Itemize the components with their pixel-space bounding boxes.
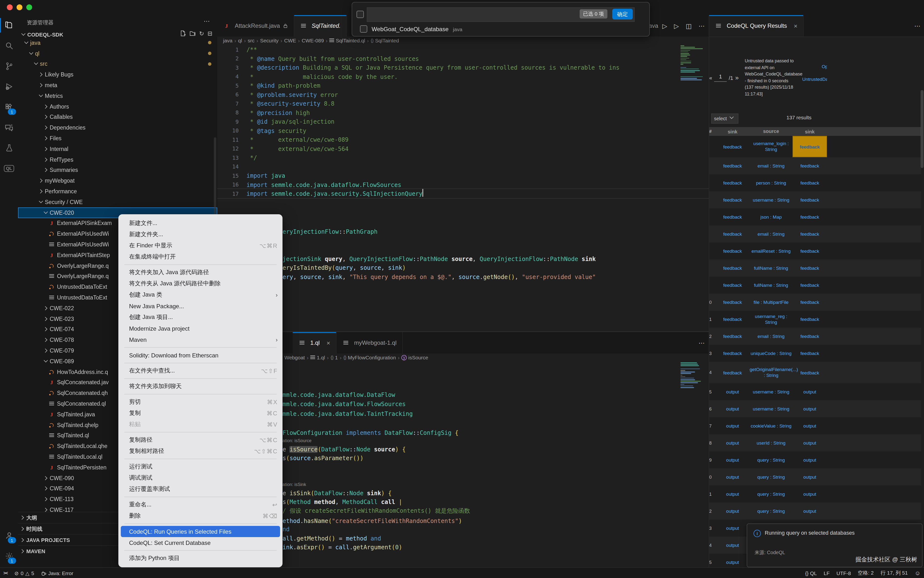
sink-cell[interactable]: output: [716, 406, 750, 411]
source-cell[interactable]: username : String: [750, 406, 792, 412]
menu-item-codeql-set-current-database[interactable]: CodeQL: Set Current Database: [119, 537, 283, 548]
menu-item--[interactable]: 运行测试: [119, 461, 283, 472]
tree-item-mywebgoat[interactable]: myWebgoat: [18, 175, 217, 186]
source-cell[interactable]: uniqueCode : String: [750, 350, 792, 356]
menu-item--java-[interactable]: 将文件夹加入 Java 源代码路径: [119, 267, 283, 278]
menu-item--[interactable]: 新建文件夹...: [119, 229, 283, 240]
source-cell[interactable]: emailReset : String: [750, 248, 792, 254]
sink-cell[interactable]: feedback: [716, 197, 750, 203]
tab-attackresult.java[interactable]: JAttackResult.java: [217, 15, 294, 37]
breadcrumb-item[interactable]: {}MyFlowConfiguration: [343, 354, 396, 360]
breadcrumb-item[interactable]: CWE: [284, 37, 296, 43]
source-cell[interactable]: query : String: [750, 474, 792, 480]
toggle-all-checkbox[interactable]: [357, 11, 364, 18]
accounts-icon[interactable]: 1: [0, 525, 18, 546]
menu-item-new-java-package-[interactable]: New Java Package...: [119, 300, 283, 312]
sink-cell-selected[interactable]: feedback: [792, 136, 827, 157]
menu-item--[interactable]: 调试测试: [119, 472, 283, 484]
sink-cell[interactable]: feedback: [716, 214, 750, 219]
tree-item-callables[interactable]: Callables: [18, 112, 217, 122]
sink-cell[interactable]: output: [792, 400, 827, 417]
sink-cell[interactable]: feedback: [792, 260, 827, 277]
codeql-icon[interactable]: QL: [0, 158, 18, 179]
breadcrumb-item[interactable]: 1.ql: [310, 354, 325, 360]
sink-cell[interactable]: output: [716, 542, 750, 548]
menu-item--java-[interactable]: 将文件夹从 Java 源代码路径中删除: [119, 278, 283, 289]
status-item[interactable]: 行 17, 列 51: [877, 570, 911, 576]
sink-cell[interactable]: output: [792, 468, 827, 485]
traffic-light-zoom[interactable]: [26, 4, 32, 10]
tree-item-likely-bugs[interactable]: Likely Bugs: [18, 70, 217, 80]
sink-cell[interactable]: output: [792, 485, 827, 503]
source-cell[interactable]: query : String: [750, 457, 792, 463]
new-folder-icon[interactable]: [190, 30, 196, 38]
tree-item-meta[interactable]: meta: [18, 80, 217, 91]
more-actions-icon[interactable]: ⋯: [698, 339, 705, 346]
more-actions-icon[interactable]: ⋯: [698, 22, 705, 29]
menu-item--finder-[interactable]: 在 Finder 中显示⌥⌘R: [119, 240, 283, 251]
sink-cell[interactable]: feedback: [792, 192, 827, 208]
tree-item-metrics[interactable]: Metrics: [18, 91, 217, 101]
item-checkbox[interactable]: [360, 25, 367, 32]
sink-cell[interactable]: feedback: [716, 180, 750, 185]
source-cell[interactable]: fullName : String: [750, 265, 792, 271]
sink-cell[interactable]: feedback: [792, 362, 827, 383]
extensions-icon[interactable]: 1: [0, 97, 18, 117]
more-actions-icon[interactable]: ⋯: [914, 22, 921, 29]
menu-item--[interactable]: 复制相对路径⌥⇧⌘C: [119, 446, 283, 457]
source-cell[interactable]: email : String: [750, 333, 792, 339]
menu-item-maven[interactable]: Maven›: [119, 334, 283, 345]
new-file-icon[interactable]: [180, 30, 186, 38]
sink-cell[interactable]: output: [792, 503, 827, 520]
menu-item--[interactable]: 删除⌘⌫: [119, 510, 283, 521]
source-cell[interactable]: cookieValue : String: [750, 423, 792, 429]
problems-indicator[interactable]: ⊘ 0 △ 5: [11, 568, 37, 578]
menu-item--java-[interactable]: 创建 Java 类›: [119, 289, 283, 300]
breadcrumb-item[interactable]: {}SqlTainted: [371, 37, 399, 43]
menu-item--python-[interactable]: 添加为 Python 项目: [119, 553, 283, 564]
refresh-icon[interactable]: ↻: [199, 30, 204, 38]
run-query-icon[interactable]: ▷: [662, 22, 667, 29]
menu-item--[interactable]: 重命名...↩: [119, 499, 283, 510]
feedback-smiley-icon[interactable]: ☺: [911, 570, 924, 576]
source-control-icon[interactable]: [0, 56, 18, 76]
sink-cell[interactable]: feedback: [716, 265, 750, 271]
remote-indicator[interactable]: ><: [0, 568, 11, 578]
source-cell[interactable]: email : String: [750, 231, 792, 237]
breadcrumb-item[interactable]: java: [223, 37, 232, 43]
menu-item-modernize-java-project[interactable]: Modernize Java project: [119, 323, 283, 334]
source-cell[interactable]: username : String: [750, 197, 792, 203]
sink-cell[interactable]: feedback: [792, 311, 827, 328]
sink-cell[interactable]: output: [792, 451, 827, 468]
status-item[interactable]: UTF-8: [833, 570, 854, 576]
tree-item-reftypes[interactable]: RefTypes: [18, 154, 217, 165]
sink-cell[interactable]: output: [716, 474, 750, 480]
traffic-light-minimize[interactable]: [16, 4, 23, 10]
breadcrumb-item[interactable]: SqlTainted.ql: [330, 37, 365, 43]
search-icon[interactable]: [0, 36, 18, 56]
tab-1.ql[interactable]: 1.ql×: [293, 332, 336, 354]
tab-mywebgoat-1.ql[interactable]: myWebgoat-1.ql: [336, 332, 403, 354]
tree-item-ql[interactable]: ql: [18, 48, 217, 59]
menu-item--[interactable]: 复制⌘C: [119, 408, 283, 419]
results-vscrollbar[interactable]: [921, 90, 924, 168]
tab-codeql-query-results[interactable]: CodeQL Query Results ×: [709, 15, 804, 37]
sink-cell[interactable]: feedback: [716, 231, 750, 237]
collapse-all-icon[interactable]: ⊟: [208, 30, 213, 38]
status-item[interactable]: 空格: 2: [854, 570, 877, 576]
source-cell[interactable]: fullName : String: [750, 282, 792, 288]
sink-cell[interactable]: output: [716, 491, 750, 497]
sink-cell[interactable]: feedback: [716, 334, 750, 339]
sink-cell[interactable]: feedback: [716, 248, 750, 254]
sink-cell[interactable]: feedback: [716, 283, 750, 288]
menu-item--[interactable]: 新建文件...: [119, 218, 283, 229]
sink-cell[interactable]: feedback: [792, 345, 827, 362]
menu-item--[interactable]: 粘贴⌘V: [119, 419, 283, 430]
breadcrumb-item[interactable]: ql: [238, 37, 242, 43]
breadcrumb-bottom[interactable]: Webgoat›1.ql›{}1›{}MyFlowConfiguration›y…: [217, 354, 709, 361]
status-item[interactable]: {} QL: [802, 570, 820, 576]
prev-page-icon[interactable]: «: [709, 75, 712, 81]
notification-toast[interactable]: i Running query on selected databases 来源…: [747, 523, 922, 567]
tree-item-security-cwe[interactable]: Security / CWE: [18, 197, 217, 208]
sink-cell[interactable]: output: [792, 383, 827, 400]
